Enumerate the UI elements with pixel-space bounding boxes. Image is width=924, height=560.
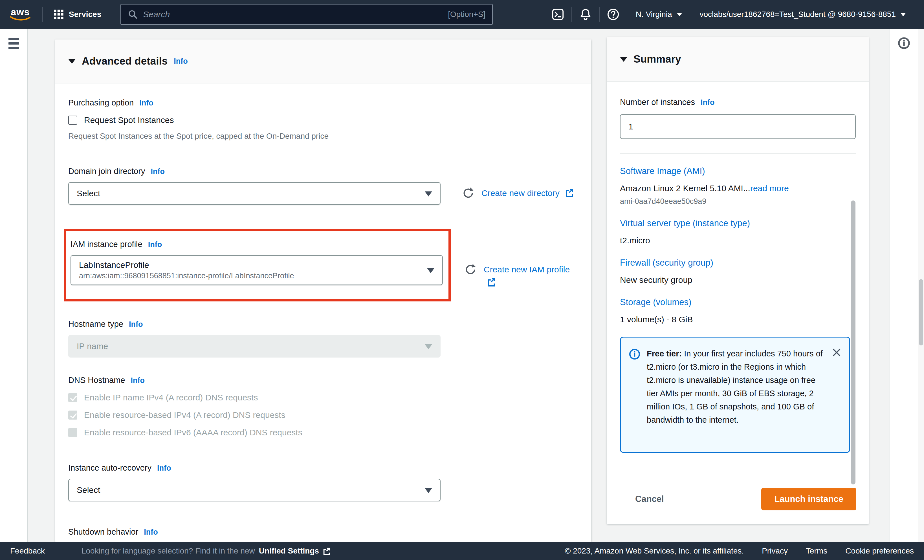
- info-circle-icon[interactable]: [897, 37, 910, 49]
- global-search-bar[interactable]: [Option+S]: [120, 4, 493, 25]
- close-icon[interactable]: [831, 347, 842, 358]
- instance-auto-recovery-label: Instance auto-recovery: [68, 463, 152, 473]
- dns-ipv4-label: Enable IP name IPv4 (A record) DNS reque…: [84, 393, 258, 402]
- dns-option-row: Enable resource-based IPv6 (AAAA record)…: [68, 428, 578, 437]
- language-hint-text: Looking for language selection? Find it …: [81, 547, 255, 556]
- instance-type-value: t2.micro: [620, 236, 856, 245]
- help-panel-rail: [889, 29, 918, 542]
- chevron-down-icon: [425, 344, 432, 349]
- request-spot-instances-label: Request Spot Instances: [84, 115, 174, 125]
- chevron-down-icon: [427, 268, 434, 273]
- iam-instance-profile-highlight-box: IAM instance profile Info LabInstancePro…: [64, 229, 451, 301]
- hamburger-menu-icon[interactable]: [9, 38, 27, 49]
- software-image-link[interactable]: Software Image (AMI): [620, 166, 856, 176]
- advanced-details-card: Advanced details Info Purchasing option …: [55, 39, 591, 542]
- hostname-type-label-row: Hostname type Info: [68, 319, 578, 329]
- aws-smile-icon: [10, 16, 31, 21]
- region-selector[interactable]: N. Virginia: [627, 10, 691, 19]
- instance-auto-recovery-select[interactable]: Select: [68, 479, 441, 502]
- account-label: voclabs/user1862768=Test_Student @ 9680-…: [700, 10, 896, 19]
- shutdown-behavior-label-row: Shutdown behavior Info: [68, 527, 578, 537]
- chevron-down-icon: [425, 192, 432, 196]
- advanced-details-header[interactable]: Advanced details Info: [55, 39, 591, 84]
- firewall-value: New security group: [620, 275, 856, 285]
- read-more-link[interactable]: read more: [750, 184, 789, 193]
- cookie-preferences-link[interactable]: Cookie preferences: [845, 547, 914, 556]
- instance-auto-recovery-value: Select: [77, 485, 100, 495]
- domain-join-directory-row: Select Create new directory: [68, 182, 578, 205]
- summary-scrollbar-thumb[interactable]: [851, 201, 855, 484]
- domain-join-directory-label-row: Domain join directory Info: [68, 167, 578, 176]
- iam-instance-profile-select[interactable]: LabInstanceProfile arn:aws:iam::96809156…: [70, 255, 443, 285]
- create-new-directory-group: Create new directory: [462, 187, 574, 200]
- cancel-button[interactable]: Cancel: [635, 494, 664, 504]
- iam-instance-profile-info-link[interactable]: Info: [148, 240, 162, 249]
- question-mark-icon: [607, 8, 620, 21]
- cloudshell-button[interactable]: [544, 8, 572, 21]
- footer-right-group: © 2023, Amazon Web Services, Inc. or its…: [565, 547, 914, 556]
- copyright-text: © 2023, Amazon Web Services, Inc. or its…: [565, 547, 744, 556]
- iam-instance-profile-value: LabInstanceProfile: [79, 260, 149, 270]
- page-scrollbar[interactable]: [918, 29, 924, 542]
- free-tier-text: Free tier: In your first year includes 7…: [647, 347, 825, 452]
- purchasing-option-label: Purchasing option: [68, 98, 134, 108]
- create-new-iam-profile-link[interactable]: Create new IAM profile: [484, 263, 577, 289]
- summary-header[interactable]: Summary: [607, 37, 869, 82]
- number-of-instances-input[interactable]: [620, 114, 856, 139]
- privacy-link[interactable]: Privacy: [762, 547, 788, 556]
- request-spot-instances-row[interactable]: Request Spot Instances: [68, 115, 578, 125]
- dns-option-row: Enable resource-based IPv4 (A record) DN…: [68, 410, 578, 420]
- divider: [620, 153, 856, 154]
- request-spot-instances-checkbox[interactable]: [68, 115, 77, 125]
- divider: [42, 7, 43, 22]
- search-icon: [128, 9, 138, 19]
- hostname-type-value: IP name: [77, 341, 108, 351]
- refresh-icon[interactable]: [462, 187, 475, 200]
- iam-instance-profile-label-row: IAM instance profile Info: [70, 240, 448, 249]
- advanced-details-info-link[interactable]: Info: [174, 57, 188, 66]
- help-button[interactable]: [600, 8, 627, 21]
- launch-instance-button[interactable]: Launch instance: [761, 488, 856, 511]
- terms-link[interactable]: Terms: [806, 547, 827, 556]
- aws-logo[interactable]: aws: [10, 7, 31, 21]
- unified-settings-link[interactable]: Unified Settings: [259, 547, 331, 556]
- dns-hostname-info-link[interactable]: Info: [130, 376, 144, 385]
- instance-type-section: Virtual server type (instance type) t2.m…: [620, 218, 856, 245]
- create-new-directory-link[interactable]: Create new directory: [482, 187, 574, 200]
- collapse-caret-icon: [620, 57, 627, 62]
- page-scrollbar-thumb[interactable]: [919, 279, 923, 346]
- hostname-type-info-link[interactable]: Info: [129, 320, 143, 329]
- free-tier-alert: Free tier: In your first year includes 7…: [620, 337, 850, 453]
- chevron-down-icon: [900, 13, 906, 16]
- domain-join-directory-select[interactable]: Select: [68, 182, 441, 205]
- ec2-launch-instance-page: aws Services [Option+S]: [0, 0, 924, 560]
- account-menu[interactable]: voclabs/user1862768=Test_Student @ 9680-…: [691, 10, 915, 19]
- hostname-type-select: IP name: [68, 335, 441, 358]
- external-link-icon: [486, 277, 496, 286]
- iam-instance-profile-row: LabInstanceProfile arn:aws:iam::96809156…: [70, 255, 448, 285]
- refresh-icon[interactable]: [464, 263, 477, 276]
- domain-join-directory-info-link[interactable]: Info: [151, 167, 164, 176]
- number-of-instances-info-link[interactable]: Info: [700, 98, 714, 107]
- dns-hostname-label-row: DNS Hostname Info: [68, 376, 578, 385]
- dns-resource-ipv6-checkbox: [68, 428, 77, 437]
- instance-auto-recovery-info-link[interactable]: Info: [157, 464, 171, 473]
- services-menu[interactable]: Services: [53, 9, 101, 20]
- virtual-server-type-link[interactable]: Virtual server type (instance type): [620, 218, 856, 228]
- search-input[interactable]: [143, 10, 443, 19]
- firewall-link[interactable]: Firewall (security group): [620, 258, 856, 268]
- shutdown-behavior-info-link[interactable]: Info: [144, 528, 158, 537]
- advanced-details-title: Advanced details: [82, 55, 168, 67]
- purchasing-option-info-link[interactable]: Info: [140, 99, 153, 108]
- storage-link[interactable]: Storage (volumes): [620, 297, 856, 307]
- feedback-link[interactable]: Feedback: [10, 547, 45, 556]
- iam-instance-profile-arn: arn:aws:iam::968091568851:instance-profi…: [79, 271, 294, 280]
- domain-join-directory-label: Domain join directory: [68, 167, 145, 176]
- instance-auto-recovery-label-row: Instance auto-recovery Info: [68, 463, 578, 473]
- top-navigation-bar: aws Services [Option+S]: [0, 0, 924, 29]
- notifications-button[interactable]: [572, 8, 599, 21]
- create-new-iam-profile-group: Create new IAM profile: [464, 263, 577, 289]
- number-of-instances-label: Number of instances: [620, 97, 695, 107]
- services-label: Services: [69, 10, 101, 19]
- external-link-icon: [565, 187, 574, 197]
